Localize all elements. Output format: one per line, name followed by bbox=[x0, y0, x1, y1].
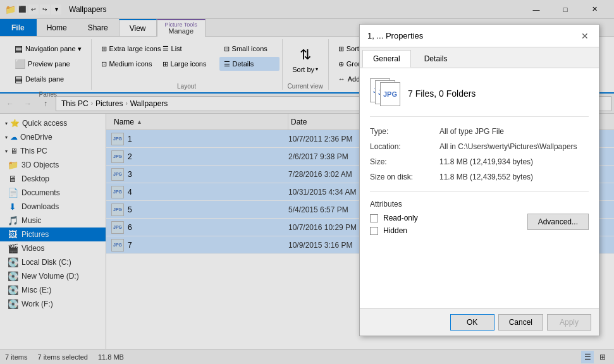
hidden-checkbox[interactable] bbox=[370, 227, 378, 235]
dialog-overlay: 1, ... Properties ✕ General Details JPG bbox=[0, 0, 614, 364]
prop-location: Location: All in C:\Users\werty\Pictures… bbox=[370, 142, 589, 151]
readonly-checkbox[interactable] bbox=[370, 214, 378, 222]
dialog-tabs: General Details bbox=[360, 47, 599, 68]
advanced-button[interactable]: Advanced... bbox=[527, 214, 589, 230]
properties-dialog: 1, ... Properties ✕ General Details JPG bbox=[359, 24, 599, 336]
dialog-title-text: 1, ... Properties bbox=[367, 31, 423, 40]
prop-type: Type: All of type JPG File bbox=[370, 127, 589, 136]
dialog-footer: OK Cancel Apply bbox=[360, 308, 599, 336]
dialog-body: JPG JPG JPG 7 Files, 0 Folders Type: All bbox=[360, 68, 599, 308]
cancel-button[interactable]: Cancel bbox=[498, 314, 543, 331]
attr-checkboxes: Read-only Hidden bbox=[370, 214, 418, 239]
dialog-header: JPG JPG JPG 7 Files, 0 Folders bbox=[370, 78, 589, 117]
attr-hidden-row: Hidden bbox=[370, 226, 418, 235]
file-icon-stack: JPG JPG JPG bbox=[370, 78, 400, 109]
tab-details[interactable]: Details bbox=[414, 50, 458, 68]
tab-general[interactable]: General bbox=[362, 50, 411, 68]
icon-page-3: JPG bbox=[380, 82, 400, 106]
dialog-title-bar: 1, ... Properties ✕ bbox=[360, 25, 599, 47]
dialog-close-button[interactable]: ✕ bbox=[579, 30, 591, 42]
dialog-file-icon: JPG JPG JPG bbox=[370, 78, 400, 109]
attr-row-area: Read-only Hidden Advanced... bbox=[370, 214, 589, 239]
attributes-section: Attributes Read-only Hidden Advanced bbox=[370, 191, 589, 239]
prop-size-on-disk: Size on disk: 11.8 MB (12,439,552 bytes) bbox=[370, 173, 589, 181]
attr-readonly-row: Read-only bbox=[370, 214, 418, 222]
apply-button[interactable]: Apply bbox=[547, 314, 591, 331]
dialog-file-count: 7 Files, 0 Folders bbox=[408, 88, 476, 99]
prop-size: Size: 11.8 MB (12,419,934 bytes) bbox=[370, 157, 589, 166]
ok-button[interactable]: OK bbox=[450, 314, 494, 331]
